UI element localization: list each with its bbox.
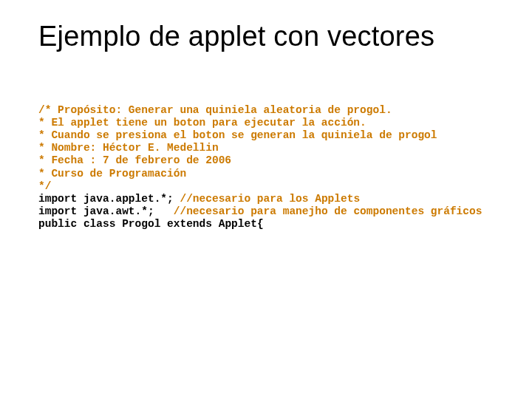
code-block: /* Propósito: Generar una quiniela aleat… (38, 104, 494, 231)
keyword-class: class (77, 218, 122, 230)
code-text: java.applet.*; (77, 193, 180, 205)
slide-title: Ejemplo de applet con vectores (38, 21, 494, 52)
keyword-extends: extends (160, 218, 218, 230)
class-name: Progol (122, 218, 160, 230)
comment-line: * Curso de Programación (38, 168, 186, 180)
comment-line: /* Propósito: Generar una quiniela aleat… (38, 104, 392, 116)
comment-inline: //necesario para manejho de componentes … (174, 205, 482, 217)
comment-inline: //necesario para los Applets (180, 193, 360, 205)
comment-line: */ (38, 180, 51, 192)
slide: Ejemplo de applet con vectores /* Propós… (0, 0, 532, 399)
comment-line: * Cuando se presiona el boton se generan… (38, 129, 437, 141)
superclass-name: Applet{ (219, 218, 264, 230)
code-text: java.awt.*; (77, 205, 174, 217)
keyword-import: import (38, 205, 77, 217)
keyword-public: public (38, 218, 77, 230)
comment-line: * El applet tiene un boton para ejecutar… (38, 117, 366, 129)
keyword-import: import (38, 193, 77, 205)
comment-line: * Nombre: Héctor E. Medellin (38, 142, 219, 154)
comment-line: * Fecha : 7 de febrero de 2006 (38, 154, 231, 166)
